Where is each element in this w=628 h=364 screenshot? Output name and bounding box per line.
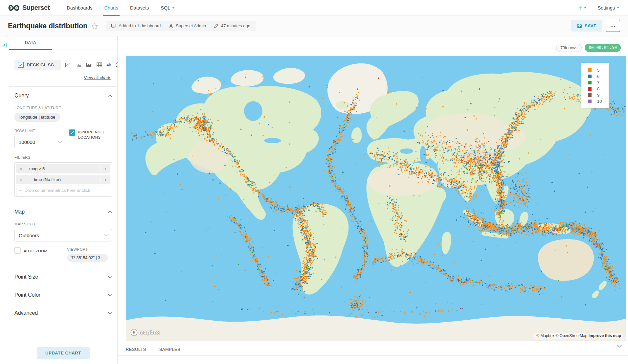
legend-label: 6 <box>597 74 599 79</box>
checkbox-checked-icon <box>69 129 75 136</box>
row-limit-label: ROW LIMIT <box>14 129 67 133</box>
legend-row[interactable]: 6 <box>588 73 605 80</box>
chevron-right-icon[interactable]: › <box>101 166 110 171</box>
ignore-null-checkbox[interactable]: IGNORE NULL LOCATIONS <box>69 129 112 140</box>
point-color-section[interactable]: Point Color <box>14 292 112 298</box>
row-count-badge: 73k rows <box>556 44 582 52</box>
update-chart-button[interactable]: UPDATE CHART <box>37 347 90 359</box>
filter-chip-mag[interactable]: ✕ mag > 5 › <box>16 164 110 173</box>
legend-label: 7 <box>597 80 599 85</box>
expand-results-chevron-icon[interactable] <box>617 344 622 348</box>
map-style-select[interactable]: Outdoors <box>14 229 112 241</box>
tab-results[interactable]: RESULTS <box>126 347 146 352</box>
remove-filter-icon[interactable]: ✕ <box>16 167 26 171</box>
table-icon[interactable] <box>97 62 102 67</box>
lonlat-label: LONGITUDE & LATITUDE <box>14 106 112 110</box>
dashboards-meta[interactable]: Added to 1 dashboard <box>111 23 161 29</box>
legend-row[interactable]: 7 <box>588 80 605 86</box>
lonlat-chip[interactable]: longitude | latitude <box>14 113 60 122</box>
query-section-header[interactable]: Query <box>14 93 112 99</box>
favorite-star-icon[interactable] <box>91 23 98 29</box>
chevron-down-icon <box>108 312 112 314</box>
legend-row[interactable]: 10 <box>588 98 605 104</box>
new-item-button[interactable]: + <box>578 4 586 11</box>
chevron-down-icon <box>108 276 112 278</box>
legend-row[interactable]: 5 <box>588 67 605 73</box>
filters-box: ✕ mag > 5 › ✕ __time (No filter) › + Dro… <box>14 162 112 197</box>
top-navbar: Superset Dashboards Charts Datasets SQL … <box>0 0 628 16</box>
map-section-header[interactable]: Map <box>14 209 112 215</box>
legend-swatch <box>588 75 592 78</box>
checkbox-unchecked-icon <box>14 247 21 254</box>
area-chart-icon[interactable] <box>86 62 92 67</box>
legend-row[interactable]: 8 <box>588 86 605 92</box>
filter-drop-zone[interactable]: + Drop columns/metrics here or click <box>16 186 110 195</box>
viewport-label: VIEWPORT <box>67 247 112 251</box>
chart-meta-group: Added to 1 dashboard Superset Admin 47 m… <box>106 21 256 31</box>
chevron-down-icon <box>584 7 587 9</box>
viz-type-selector: DECK.GL SC... <box>14 60 112 70</box>
nav-dashboards[interactable]: Dashboards <box>67 0 92 16</box>
viz-type-selected-chip[interactable]: DECK.GL SC... <box>14 60 61 70</box>
more-actions-button[interactable]: ... <box>606 20 620 32</box>
legend-row[interactable]: 9 <box>588 92 605 98</box>
chevron-down-icon <box>58 141 62 143</box>
panel-tab-bar: DATA <box>9 36 117 50</box>
viz-type-name: DECK.GL SC... <box>27 62 57 67</box>
legend-label: 9 <box>597 93 599 98</box>
results-bar: RESULTS SAMPLES <box>118 343 628 355</box>
legend-label: 10 <box>597 99 602 104</box>
panel-collapse-rail <box>0 36 9 364</box>
advanced-section[interactable]: Advanced <box>14 310 112 316</box>
data-panel: DATA DECK.GL SC... <box>9 36 118 364</box>
nav-sql[interactable]: SQL <box>161 0 175 16</box>
chevron-down-icon <box>108 294 112 296</box>
filter-chip-time[interactable]: ✕ __time (No filter) › <box>16 175 110 184</box>
query-timer-badge: 00:00:01.50 <box>585 44 621 52</box>
viewport-value[interactable]: 7° 35' 54.02" | 3... <box>67 254 108 262</box>
nav-charts[interactable]: Charts <box>104 0 118 16</box>
deckgl-scatter-map[interactable]: 5678910 mapbox © Mapbox © OpenStreetMap … <box>126 56 626 341</box>
save-icon <box>577 23 582 28</box>
chart-header: Earthquake distribution Added to 1 dashb… <box>0 16 628 36</box>
pencil-icon <box>214 23 219 28</box>
mapbox-logo[interactable]: mapbox <box>130 329 160 336</box>
page-title: Earthquake distribution <box>8 22 87 30</box>
line-chart-icon[interactable] <box>65 62 71 67</box>
chevron-right-icon[interactable]: › <box>101 177 110 182</box>
point-size-section[interactable]: Point Size <box>14 274 112 280</box>
chart-container: 73k rows 00:00:01.50 <box>118 36 628 364</box>
auto-zoom-checkbox[interactable]: AUTO ZOOM <box>14 247 67 254</box>
tab-samples[interactable]: SAMPLES <box>159 347 180 352</box>
map-style-label: MAP STYLE <box>14 222 112 226</box>
bar-chart-icon[interactable] <box>76 62 82 67</box>
collapse-panel-icon[interactable] <box>2 43 7 48</box>
row-limit-select[interactable]: 100000 <box>14 136 66 148</box>
view-all-charts-link[interactable]: View all charts <box>84 75 111 80</box>
chevron-up-icon <box>108 94 112 97</box>
viz-selected-checkbox <box>18 62 24 68</box>
legend-swatch <box>588 68 592 72</box>
last-modified-meta[interactable]: 47 minutes ago <box>214 23 250 28</box>
viz-type-4k[interactable]: 4k <box>106 62 111 67</box>
brand-name: Superset <box>22 4 50 11</box>
mapbox-circle-icon <box>130 329 138 336</box>
save-button[interactable]: SAVE <box>571 20 602 32</box>
tab-data[interactable]: DATA <box>9 36 52 50</box>
plus-icon: + <box>19 188 22 193</box>
owner-meta[interactable]: Superset Admin <box>168 23 206 28</box>
chevron-up-icon <box>108 211 112 213</box>
legend-swatch <box>588 93 592 97</box>
legend-swatch <box>588 87 592 91</box>
map-legend: 5678910 <box>581 63 609 108</box>
chevron-down-icon <box>172 7 175 9</box>
superset-brand[interactable]: Superset <box>8 4 50 12</box>
superset-logo-icon <box>8 4 20 12</box>
improve-map-link[interactable]: Improve this map <box>589 333 621 338</box>
nav-datasets[interactable]: Datasets <box>130 0 149 16</box>
remove-filter-icon[interactable]: ✕ <box>16 177 26 182</box>
legend-label: 5 <box>597 68 599 73</box>
map-attribution: © Mapbox © OpenStreetMap Improve this ma… <box>534 333 623 339</box>
legend-label: 8 <box>597 86 599 91</box>
settings-menu[interactable]: Settings <box>598 5 619 11</box>
